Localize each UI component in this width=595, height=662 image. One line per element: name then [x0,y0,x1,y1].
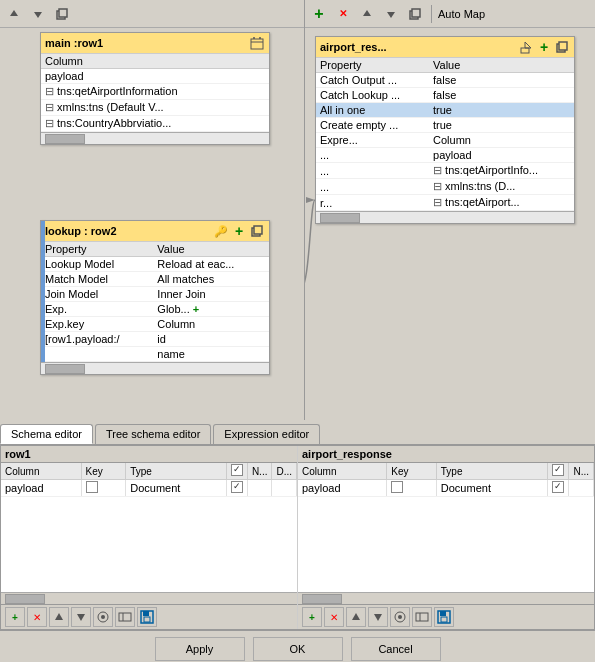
table-row: ...payload [316,148,574,163]
lookup-row2-label: lookup : row2 [45,225,117,237]
table-row: payload [41,69,269,84]
schema-row1-title: row1 [1,446,297,463]
airport-hscroll[interactable] [316,211,574,223]
ast-up[interactable] [346,607,366,627]
main-row1-icon[interactable] [249,35,265,51]
main-row1-hscroll[interactable] [41,132,269,144]
table-row: payload Document [298,480,594,497]
svg-marker-29 [352,613,360,620]
table-row: Exp.Glob... + [41,302,269,317]
lookup-row2-table: PropertyValue Lookup ModelReload at eac.… [41,242,269,362]
svg-point-32 [398,615,402,619]
bottom-buttons: Apply OK Cancel [0,630,595,662]
svg-marker-30 [374,614,382,621]
st-add[interactable]: + [5,607,25,627]
table-row: All in onetrue [316,103,574,118]
lookup-row2-hscroll[interactable] [41,362,269,374]
lookup-add-icon[interactable]: + [231,223,247,239]
svg-marker-11 [387,12,395,18]
st-down[interactable] [71,607,91,627]
schema-panel-airport: airport_response Column Key Type N... pa… [298,446,594,629]
svg-line-16 [527,44,529,46]
airport-title: airport_res... + [316,37,574,58]
key-th: Key [81,463,126,480]
col-header: Column [41,54,269,69]
ast-b2[interactable] [412,607,432,627]
rt-delete-button[interactable]: ✕ [333,4,353,24]
cancel-button[interactable]: Cancel [351,637,441,661]
ap-val-header: Value [429,58,574,73]
down-button[interactable] [28,4,48,24]
airport-table: PropertyValue Catch Output ...false Catc… [316,58,574,211]
table-row: Catch Output ...false [316,73,574,88]
svg-marker-21 [77,614,85,621]
schema-airport-title: airport_response [298,446,594,463]
table-row: Create empty ...true [316,118,574,133]
rt-copy-button[interactable] [405,4,425,24]
tab-schema-editor[interactable]: Schema editor [0,424,93,444]
apply-button[interactable]: Apply [155,637,245,661]
prop-header: Property [41,242,153,257]
svg-marker-20 [55,613,63,620]
svg-rect-4 [251,39,263,49]
svg-rect-33 [416,613,428,621]
airport-add-icon[interactable]: + [536,39,552,55]
table-row: Expre...Column [316,133,574,148]
st-up[interactable] [49,607,69,627]
ast-b1[interactable] [390,607,410,627]
svg-rect-24 [119,613,131,621]
type-th: Type [126,463,227,480]
tab-expression[interactable]: Expression editor [213,424,320,444]
val-header: Value [153,242,269,257]
main-row1-table: Column payload ⊟ tns:qetAirportInformati… [41,54,269,132]
tab-tree-schema[interactable]: Tree schema editor [95,424,211,444]
up-button[interactable] [4,4,24,24]
table-row: Exp.keyColumn [41,317,269,332]
schema-panel-row1: row1 Column Key Type N... D... payload D… [1,446,298,629]
right-panel: + ✕ Auto Map airport_res... [305,0,595,420]
ast-down[interactable] [368,607,388,627]
table-row: Lookup ModelReload at eac... [41,257,269,272]
copy-button[interactable] [52,4,72,24]
schema-content: row1 Column Key Type N... D... payload D… [0,445,595,630]
rt-down-button[interactable] [381,4,401,24]
st-save[interactable] [137,607,157,627]
schema-airport-table: Column Key Type N... payload Document [298,463,594,497]
schema-row1-table: Column Key Type N... D... payload Docume… [1,463,297,497]
ok-button[interactable]: OK [253,637,343,661]
table-row: ⊟ tns:qetAirportInformation [41,84,269,100]
col-th: Column [1,463,81,480]
table-row: ...⊟ xmlns:tns (D... [316,179,574,195]
rt-up-button[interactable] [357,4,377,24]
airport-copy-icon[interactable] [554,39,570,55]
main-row1-label: main :row1 [45,37,103,49]
main-row1-box: main :row1 Column payload ⊟ tns:qetAirpo… [40,32,270,145]
airport-schema-hscroll[interactable] [298,592,594,604]
st-b2[interactable] [115,607,135,627]
ap-key-th: Key [387,463,437,480]
table-row: [row1.payload:/id [41,332,269,347]
table-row: ⊟ xmlns:tns (Default V... [41,100,269,116]
lookup-copy-icon[interactable] [249,223,265,239]
right-toolbar: + ✕ Auto Map [305,0,595,28]
airport-edit-icon[interactable] [518,39,534,55]
left-toolbar [0,0,304,28]
ast-del[interactable]: ✕ [324,607,344,627]
lookup-key-icon[interactable]: 🔑 [213,223,229,239]
ast-save[interactable] [434,607,454,627]
svg-point-23 [101,615,105,619]
st-b1[interactable] [93,607,113,627]
d-th: D... [272,463,297,480]
ast-add[interactable]: + [302,607,322,627]
row1-schema-toolbar: + ✕ [1,604,297,629]
bottom-area: Schema editor Tree schema editor Express… [0,420,595,662]
rt-separator [431,5,432,23]
rt-add-button[interactable]: + [309,4,329,24]
row1-schema-hscroll[interactable] [1,592,297,604]
table-row: r...⊟ tns:qetAirport... [316,195,574,211]
tabs-bar: Schema editor Tree schema editor Express… [0,420,595,445]
automap-label: Auto Map [438,8,485,20]
st-del[interactable]: ✕ [27,607,47,627]
ap-n-th: N... [569,463,594,480]
ap-type-th: Type [436,463,548,480]
